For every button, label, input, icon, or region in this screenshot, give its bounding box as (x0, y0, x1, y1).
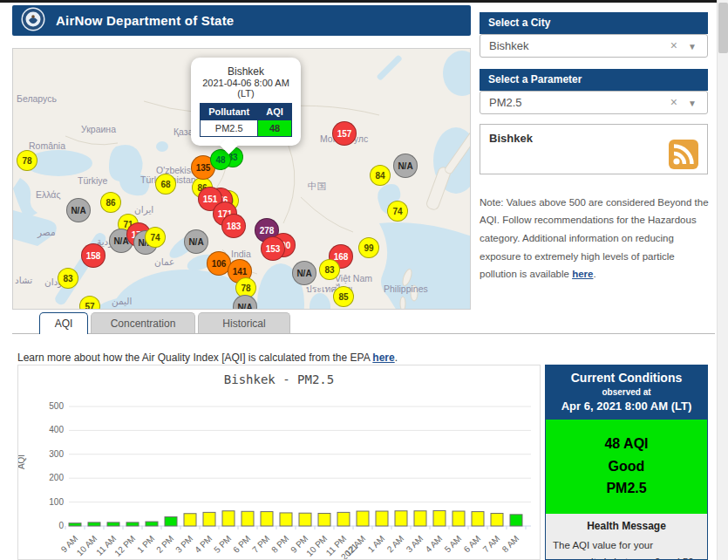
map-place-label: عمان (154, 256, 174, 267)
aqi-map-marker[interactable]: N/A (393, 154, 418, 178)
map-place-label: România (29, 140, 65, 151)
aqi-map-marker[interactable]: 153 (261, 236, 285, 261)
note-here-link[interactable]: here (572, 269, 593, 279)
tab-aqi[interactable]: AQI (39, 312, 88, 334)
aqi-map-marker[interactable]: 157 (332, 121, 357, 146)
svg-text:2 AM: 2 AM (385, 534, 406, 555)
aqi-chart: Bishkek - PM2.5 AQI 01002003004005009 AM… (17, 365, 541, 560)
clear-city-icon[interactable]: × (670, 35, 677, 57)
chart-bar (472, 512, 484, 526)
svg-text:1 PM: 1 PM (135, 534, 156, 555)
svg-text:4 PM: 4 PM (193, 534, 214, 555)
city-select[interactable]: Bishkek × ▼ (480, 34, 708, 58)
aqi-value: 48 AQI (546, 433, 707, 455)
chart-bar (357, 511, 369, 526)
svg-text:6 PM: 6 PM (231, 534, 252, 555)
map-place-label: Ελλάς (36, 189, 60, 200)
aqi-map-marker[interactable]: 84 (370, 165, 391, 186)
chart-bar (88, 522, 100, 526)
tab-historical[interactable]: Historical (198, 312, 290, 333)
clear-parameter-icon[interactable]: × (670, 92, 677, 113)
aqi-map-marker[interactable]: 85 (333, 286, 354, 307)
svg-text:4 AM: 4 AM (424, 534, 445, 555)
svg-text:3 AM: 3 AM (405, 534, 425, 555)
svg-text:5 AM: 5 AM (443, 534, 464, 555)
aqi-map-marker[interactable]: 68 (155, 174, 176, 195)
aqi-map-marker[interactable]: N/A (184, 229, 208, 254)
map[interactable]: БеларусьУкраинаRomâniaΕλλάςTürkiyeҚазақс… (12, 48, 471, 310)
svg-text:8 AM: 8 AM (500, 534, 521, 555)
chart-bar (69, 523, 81, 526)
current-conditions-header: Current Conditions observed at Apr 6, 20… (546, 365, 707, 420)
health-message-title: Health Message (553, 520, 700, 532)
svg-text:5 PM: 5 PM (212, 534, 233, 555)
aqi-map-marker[interactable]: 74 (387, 201, 408, 222)
learn-more-here-link[interactable]: here (372, 352, 394, 364)
popup-col-aqi: AQI (258, 104, 292, 120)
svg-text:6 AM: 6 AM (462, 534, 483, 555)
chart-bar (261, 512, 273, 526)
aqi-map-marker[interactable]: 78 (17, 150, 37, 171)
map-place-label: Philippines (384, 283, 428, 294)
aqi-map-marker[interactable]: N/A (66, 198, 91, 222)
popup-datetime: 2021-04-06 8:00 AM (195, 78, 296, 88)
popup-timezone: (LT) (195, 88, 296, 99)
chart-bar (414, 511, 426, 526)
aqi-category: Good (546, 455, 707, 478)
rss-icon[interactable] (669, 140, 698, 173)
popup-aqi-value: 48 (258, 120, 292, 137)
aqi-map-marker[interactable]: 74 (145, 227, 166, 248)
chart-bar (146, 522, 158, 526)
feed-box: Bishkek (480, 124, 708, 174)
aqi-summary: 48 AQI Good PM2.5 (546, 420, 707, 514)
svg-text:400: 400 (49, 425, 64, 434)
chart-bar (491, 513, 503, 526)
map-place-label: Türkiye (78, 175, 107, 186)
health-message-text: The AQI value for your community is betw… (553, 537, 700, 560)
map-popup[interactable]: Bishkek 2021-04-06 8:00 AM (LT) Pollutan… (191, 58, 301, 146)
popup-city: Bishkek (195, 65, 296, 78)
chart-bar (126, 522, 139, 526)
svg-text:8 PM: 8 PM (269, 534, 290, 555)
chart-bar (318, 513, 330, 526)
aqi-map-marker[interactable]: 99 (358, 237, 379, 258)
tab-bar: AQI Concentration Historical (39, 312, 290, 334)
scrollbar[interactable] (717, 0, 728, 560)
chart-bar (165, 517, 177, 526)
tab-concentration[interactable]: Concentration (91, 312, 195, 333)
map-place-label: تشاد (15, 275, 32, 285)
map-place-label: 中国 (308, 181, 326, 193)
popup-table: Pollutant AQI PM2.5 48 (200, 103, 292, 137)
current-conditions-title: Current Conditions (548, 371, 705, 385)
chevron-down-icon[interactable]: ▼ (688, 36, 697, 58)
chart-bar (203, 512, 215, 526)
popup-pollutant-value: PM2.5 (201, 120, 258, 137)
svg-text:300: 300 (49, 449, 64, 459)
select-parameter-header: Select a Parameter (480, 69, 708, 91)
svg-text:500: 500 (49, 401, 64, 411)
aqi-map-marker[interactable]: 83 (319, 259, 340, 280)
aqi-map-marker[interactable]: 86 (100, 192, 121, 213)
popup-col-pollutant: Pollutant (201, 104, 258, 120)
svg-text:12 PM: 12 PM (112, 534, 137, 558)
aqi-map-marker[interactable]: 183 (221, 214, 246, 238)
observed-at-value: Apr 6, 2021 8:00 AM (LT) (548, 400, 705, 413)
chart-bar (337, 512, 350, 526)
aqi-map-marker[interactable]: N/A (292, 261, 316, 285)
svg-text:10 AM: 10 AM (75, 534, 99, 558)
aqi-map-marker[interactable]: 158 (81, 243, 105, 268)
aqi-map-marker[interactable]: 83 (58, 268, 78, 289)
scrollbar-thumb[interactable] (718, 3, 728, 53)
chart-bar (107, 522, 119, 526)
chart-bar (395, 511, 407, 526)
current-conditions-panel: Current Conditions observed at Apr 6, 20… (545, 365, 708, 560)
chart-bar (433, 510, 446, 526)
chart-svg: 01002003004005009 AM10 AM11 AM12 PM1 PM2… (18, 365, 541, 560)
map-place-label: India (231, 249, 251, 259)
svg-text:3 PM: 3 PM (173, 534, 194, 555)
parameter-select[interactable]: PM2.5 × ▼ (480, 91, 708, 114)
map-place-label: مصر (37, 227, 56, 237)
svg-text:100: 100 (49, 497, 64, 507)
chevron-down-icon[interactable]: ▼ (688, 92, 697, 114)
learn-more-text: Learn more about how the Air Quality Ind… (17, 352, 398, 364)
